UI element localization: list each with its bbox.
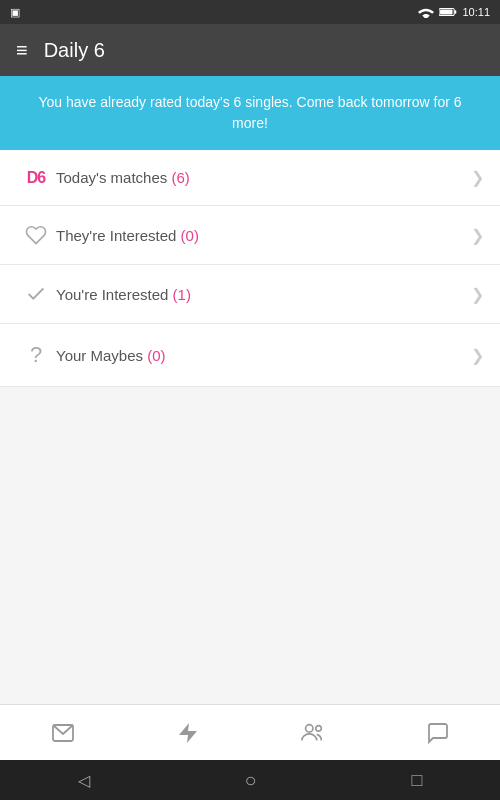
app-bar: ≡ Daily 6 bbox=[0, 24, 500, 76]
info-banner: You have already rated today's 6 singles… bbox=[0, 76, 500, 150]
svg-rect-1 bbox=[455, 10, 457, 13]
hamburger-icon[interactable]: ≡ bbox=[16, 39, 28, 62]
status-bar: ▣ 10:11 bbox=[0, 0, 500, 24]
chat-nav-icon bbox=[426, 721, 450, 745]
chevron-right-icon: ❯ bbox=[471, 168, 484, 187]
todays-matches-label: Today's matches (6) bbox=[56, 169, 463, 186]
chevron-right-icon-4: ❯ bbox=[471, 346, 484, 365]
bolt-nav-icon bbox=[176, 721, 200, 745]
todays-matches-count: (6) bbox=[171, 169, 189, 186]
mail-nav-icon bbox=[51, 721, 75, 745]
youre-interested-count: (1) bbox=[173, 286, 191, 303]
heart-icon bbox=[25, 224, 47, 246]
sim-icon: ▣ bbox=[10, 6, 20, 19]
d6-icon: D6 bbox=[27, 169, 45, 187]
status-icons: 10:11 bbox=[418, 6, 490, 18]
svg-point-5 bbox=[305, 724, 312, 731]
back-button[interactable]: ◁ bbox=[78, 771, 90, 790]
youre-interested-label: You're Interested (1) bbox=[56, 286, 463, 303]
svg-rect-2 bbox=[441, 10, 453, 15]
recent-apps-button[interactable]: □ bbox=[412, 770, 423, 791]
chevron-right-icon-2: ❯ bbox=[471, 226, 484, 245]
svg-marker-4 bbox=[179, 723, 197, 743]
chevron-right-icon-3: ❯ bbox=[471, 285, 484, 304]
people-nav-icon bbox=[300, 721, 326, 745]
status-time: 10:11 bbox=[462, 6, 490, 18]
menu-list: D6 Today's matches (6) ❯ They're Interes… bbox=[0, 150, 500, 387]
main-content: D6 Today's matches (6) ❯ They're Interes… bbox=[0, 150, 500, 704]
menu-item-todays-matches[interactable]: D6 Today's matches (6) ❯ bbox=[0, 150, 500, 206]
nav-item-bolt[interactable] bbox=[125, 705, 250, 760]
bottom-nav bbox=[0, 704, 500, 760]
your-maybes-label: Your Maybes (0) bbox=[56, 347, 463, 364]
nav-item-chat[interactable] bbox=[375, 705, 500, 760]
battery-icon bbox=[439, 6, 457, 18]
question-icon-wrapper: ? bbox=[16, 342, 56, 368]
wifi-icon bbox=[418, 6, 434, 18]
status-bar-left: ▣ bbox=[10, 6, 412, 19]
d6-icon-wrapper: D6 bbox=[16, 169, 56, 187]
check-icon bbox=[25, 283, 47, 305]
theyre-interested-count: (0) bbox=[181, 227, 199, 244]
question-icon: ? bbox=[30, 342, 42, 368]
svg-point-6 bbox=[315, 725, 321, 731]
heart-icon-wrapper bbox=[16, 224, 56, 246]
menu-item-your-maybes[interactable]: ? Your Maybes (0) ❯ bbox=[0, 324, 500, 387]
system-nav-bar: ◁ ○ □ bbox=[0, 760, 500, 800]
home-button[interactable]: ○ bbox=[245, 769, 257, 792]
menu-item-theyre-interested[interactable]: They're Interested (0) ❯ bbox=[0, 206, 500, 265]
check-icon-wrapper bbox=[16, 283, 56, 305]
theyre-interested-label: They're Interested (0) bbox=[56, 227, 463, 244]
app-bar-title: Daily 6 bbox=[44, 39, 105, 62]
nav-item-mail[interactable] bbox=[0, 705, 125, 760]
menu-item-youre-interested[interactable]: You're Interested (1) ❯ bbox=[0, 265, 500, 324]
banner-text: You have already rated today's 6 singles… bbox=[38, 94, 461, 131]
nav-item-people[interactable] bbox=[250, 705, 375, 760]
your-maybes-count: (0) bbox=[147, 347, 165, 364]
